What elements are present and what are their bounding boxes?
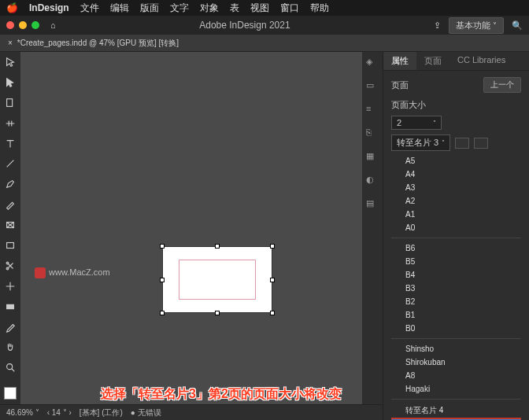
color-icon[interactable]: ◐ bbox=[366, 175, 379, 187]
properties-panel: 属性 页面 CC Libraries 页面 上一个 页面大小 2˅ 转至名片 3… bbox=[383, 52, 529, 420]
svg-rect-5 bbox=[7, 304, 14, 308]
handle-br[interactable] bbox=[270, 311, 275, 315]
eyedropper-tool[interactable] bbox=[3, 320, 17, 334]
size-option[interactable]: A1 bbox=[391, 208, 521, 221]
minimize-button[interactable] bbox=[19, 21, 27, 29]
tab-properties[interactable]: 属性 bbox=[383, 52, 416, 70]
apple-icon[interactable]: 🍎 bbox=[6, 2, 18, 13]
chevron-down-icon: ˅ bbox=[442, 139, 445, 146]
orientation-landscape-icon[interactable] bbox=[474, 138, 488, 149]
handle-tr[interactable] bbox=[270, 244, 275, 249]
size-option[interactable]: B5 bbox=[391, 255, 521, 268]
tab-cc-libraries[interactable]: CC Libraries bbox=[449, 52, 513, 70]
statusbar: 46.69% ˅ ‹ 14 ˅ › [基本] (工作) ● 无错误 bbox=[0, 404, 383, 420]
gap-tool[interactable] bbox=[3, 116, 17, 131]
size-option[interactable]: B6 bbox=[391, 241, 521, 255]
menu-table[interactable]: 表 bbox=[230, 2, 239, 15]
direct-selection-tool[interactable] bbox=[3, 76, 17, 90]
size-option[interactable]: Shirokuban bbox=[391, 356, 521, 369]
handle-ml[interactable] bbox=[160, 278, 165, 282]
handle-mr[interactable] bbox=[270, 278, 275, 282]
prev-button[interactable]: 上一个 bbox=[483, 77, 521, 93]
size-option[interactable]: Shinsho bbox=[391, 342, 521, 356]
size-option[interactable]: B4 bbox=[391, 268, 521, 282]
close-tab-icon[interactable]: × bbox=[8, 39, 13, 47]
svg-rect-0 bbox=[7, 98, 13, 106]
page-size-dropdown[interactable]: 转至名片 3˅ bbox=[391, 134, 450, 151]
handle-tl[interactable] bbox=[160, 244, 165, 249]
svg-point-6 bbox=[7, 364, 13, 370]
collapsed-panels: ◈ ▭ ≡ ⎘ ▦ ◐ ▤ bbox=[362, 52, 383, 420]
pencil-tool[interactable] bbox=[3, 197, 17, 212]
pages-icon[interactable]: ▭ bbox=[366, 80, 379, 93]
size-option[interactable]: B1 bbox=[391, 308, 521, 322]
size-option[interactable]: A2 bbox=[391, 194, 521, 208]
fill-stroke-swatch[interactable] bbox=[4, 387, 17, 400]
menu-layout[interactable]: 版面 bbox=[140, 2, 159, 15]
cc-libraries-icon[interactable]: ◈ bbox=[366, 57, 379, 69]
stroke-icon[interactable]: ▦ bbox=[366, 151, 379, 164]
page-size-options: A5A4A3A2A1A0B6B5B4B3B2B1B0ShinshoShiroku… bbox=[391, 154, 521, 420]
size-option[interactable]: B0 bbox=[391, 322, 521, 335]
page-artboard[interactable] bbox=[162, 246, 272, 313]
zoom-level[interactable]: 46.69% ˅ bbox=[6, 408, 39, 417]
handle-bm[interactable] bbox=[215, 311, 220, 315]
view-mode[interactable]: [基本] (工作) bbox=[80, 407, 123, 418]
rectangle-tool[interactable] bbox=[3, 238, 17, 252]
document-tab[interactable]: × *Create_pages.indd @ 47% [GPU 预览] [转换] bbox=[0, 35, 529, 52]
swatches-icon[interactable]: ▤ bbox=[366, 198, 379, 211]
pen-tool[interactable] bbox=[3, 177, 17, 191]
titlebar: ⌂ Adobe InDesign 2021 ⇪ 基本功能 ˅ 🔍 bbox=[0, 16, 529, 35]
handle-tm[interactable] bbox=[215, 244, 220, 249]
mac-menubar: 🍎 InDesign 文件 编辑 版面 文字 对象 表 视图 窗口 帮助 bbox=[0, 0, 529, 16]
preflight-status[interactable]: ● 无错误 bbox=[131, 407, 161, 418]
orientation-portrait-icon[interactable] bbox=[455, 138, 469, 149]
canvas[interactable]: www.MacZ.com bbox=[20, 52, 362, 420]
menu-object[interactable]: 对象 bbox=[200, 2, 219, 15]
links-icon[interactable]: ⎘ bbox=[366, 127, 379, 140]
gradient-tool[interactable] bbox=[3, 300, 17, 314]
menu-help[interactable]: 帮助 bbox=[310, 2, 329, 15]
app-name[interactable]: InDesign bbox=[29, 2, 69, 13]
page-nav[interactable]: ‹ 14 ˅ › bbox=[47, 408, 72, 417]
share-icon[interactable]: ⇪ bbox=[434, 20, 441, 31]
section-label: 页面 bbox=[391, 79, 409, 91]
svg-rect-2 bbox=[7, 242, 14, 248]
size-option[interactable]: A4 bbox=[391, 168, 521, 181]
size-option[interactable]: 转至名片 4 bbox=[391, 403, 521, 418]
zoom-tool[interactable] bbox=[3, 360, 17, 374]
tab-pages[interactable]: 页面 bbox=[416, 52, 449, 70]
size-option[interactable]: Hagaki bbox=[391, 382, 521, 396]
hand-tool[interactable] bbox=[3, 340, 17, 354]
menu-edit[interactable]: 编辑 bbox=[110, 2, 129, 15]
svg-point-3 bbox=[6, 262, 9, 264]
size-option[interactable]: A0 bbox=[391, 221, 521, 234]
type-tool[interactable] bbox=[3, 137, 17, 151]
menu-window[interactable]: 窗口 bbox=[280, 2, 299, 15]
page-number-select[interactable]: 2˅ bbox=[391, 116, 442, 130]
scissors-tool[interactable] bbox=[3, 259, 17, 273]
size-option[interactable]: A3 bbox=[391, 181, 521, 194]
page-tool[interactable] bbox=[3, 96, 17, 110]
window-title: Adobe InDesign 2021 bbox=[62, 20, 428, 31]
size-option[interactable]: A8 bbox=[391, 369, 521, 382]
handle-bl[interactable] bbox=[160, 311, 165, 315]
layers-icon[interactable]: ≡ bbox=[366, 104, 379, 116]
menu-view[interactable]: 视图 bbox=[250, 2, 269, 15]
line-tool[interactable] bbox=[3, 157, 17, 171]
home-icon[interactable]: ⌂ bbox=[50, 20, 56, 30]
rectangle-frame-tool[interactable] bbox=[3, 218, 17, 232]
workspace-select[interactable]: 基本功能 ˅ bbox=[449, 17, 504, 34]
menu-type[interactable]: 文字 bbox=[170, 2, 189, 15]
toolbox bbox=[0, 52, 20, 420]
free-transform-tool[interactable] bbox=[3, 279, 17, 293]
menu-file[interactable]: 文件 bbox=[80, 2, 99, 15]
selection-tool[interactable] bbox=[3, 55, 17, 69]
size-option[interactable]: A5 bbox=[391, 154, 521, 168]
maximize-button[interactable] bbox=[31, 21, 39, 29]
size-option[interactable]: B3 bbox=[391, 282, 521, 295]
search-icon[interactable]: 🔍 bbox=[512, 20, 523, 31]
size-option[interactable]: B2 bbox=[391, 295, 521, 308]
svg-point-4 bbox=[6, 267, 9, 270]
close-button[interactable] bbox=[6, 21, 14, 29]
